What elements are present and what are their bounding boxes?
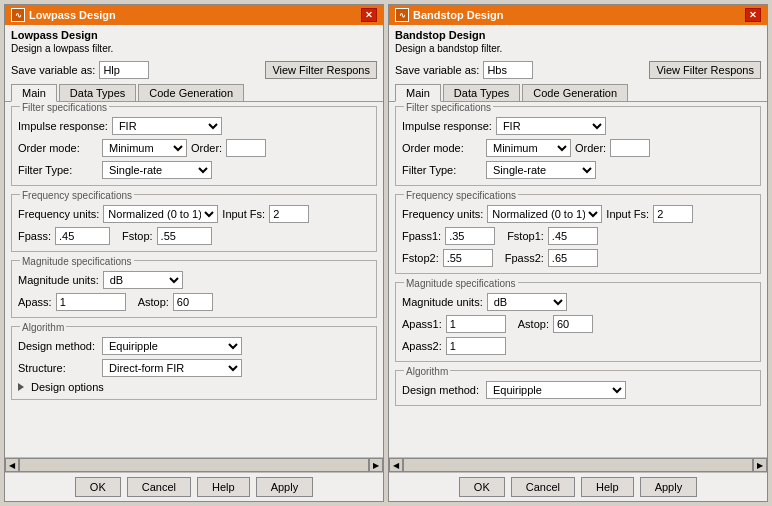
bandstop-tab-main[interactable]: Main: [395, 84, 441, 102]
bandstop-freq-specs: Frequency specifications Frequency units…: [395, 194, 761, 274]
lowpass-freq-specs: Frequency specifications Frequency units…: [11, 194, 377, 252]
bandstop-scroll-right[interactable]: ▶: [753, 458, 767, 472]
lowpass-filtertype-row: Filter Type: Single-rate: [16, 159, 372, 181]
bandstop-fpass2-input[interactable]: [548, 249, 598, 267]
bandstop-scrollbar: ◀ ▶: [389, 457, 767, 472]
lowpass-apass-row: Apass: Astop:: [16, 291, 372, 313]
bandstop-design-method-select[interactable]: Equiripple: [486, 381, 626, 399]
lowpass-filtertype-label: Filter Type:: [18, 164, 98, 176]
bandstop-tabs: Main Data Types Code Generation: [389, 82, 767, 102]
lowpass-fpass-input[interactable]: [55, 227, 110, 245]
lowpass-impulse-row: Impulse response: FIR: [16, 115, 372, 137]
bandstop-title: Bandstop Design: [413, 9, 503, 21]
lowpass-order-row: Order mode: Minimum Order:: [16, 137, 372, 159]
bandstop-close-button[interactable]: ✕: [745, 8, 761, 22]
bandstop-filtertype-label: Filter Type:: [402, 164, 482, 176]
bandstop-mag-units-label: Magnitude units:: [402, 296, 483, 308]
bandstop-mag-specs-title: Magnitude specifications: [404, 278, 518, 289]
lowpass-mag-units-row: Magnitude units: dB: [16, 269, 372, 291]
lowpass-save-input[interactable]: [99, 61, 149, 79]
bandstop-save-input[interactable]: [483, 61, 533, 79]
lowpass-scroll-left[interactable]: ◀: [5, 458, 19, 472]
bandstop-order-input[interactable]: [610, 139, 650, 157]
lowpass-tab-codegen[interactable]: Code Generation: [138, 84, 244, 101]
lowpass-fstop-input[interactable]: [157, 227, 212, 245]
lowpass-app-icon: ∿: [11, 8, 25, 22]
lowpass-algorithm: Algorithm Design method: Equiripple Stru…: [11, 326, 377, 400]
bandstop-algorithm-title: Algorithm: [404, 366, 450, 377]
bandstop-freq-units-row: Frequency units: Normalized (0 to 1) Inp…: [400, 203, 756, 225]
bandstop-apass1-input[interactable]: [446, 315, 506, 333]
lowpass-close-button[interactable]: ✕: [361, 8, 377, 22]
lowpass-order-input[interactable]: [226, 139, 266, 157]
lowpass-impulse-select[interactable]: FIR: [112, 117, 222, 135]
lowpass-input-fs[interactable]: [269, 205, 309, 223]
lowpass-structure-select[interactable]: Direct-form FIR: [102, 359, 242, 377]
bandstop-section-header: Bandstop Design: [389, 25, 767, 42]
bandstop-body: Bandstop Design Design a bandstop filter…: [389, 25, 767, 501]
bandstop-freq-units-label: Frequency units:: [402, 208, 483, 220]
bandstop-content: Filter specifications Impulse response: …: [389, 102, 767, 455]
lowpass-filter-specs: Filter specifications Impulse response: …: [11, 106, 377, 186]
bandstop-scroll-left[interactable]: ◀: [389, 458, 403, 472]
lowpass-filtertype-select[interactable]: Single-rate: [102, 161, 212, 179]
bandstop-apass2-label: Apass2:: [402, 340, 442, 352]
lowpass-apass-input[interactable]: [56, 293, 126, 311]
bandstop-filtertype-row: Filter Type: Single-rate: [400, 159, 756, 181]
lowpass-astop-label: Astop:: [138, 296, 169, 308]
bandstop-impulse-row: Impulse response: FIR: [400, 115, 756, 137]
lowpass-design-method-select[interactable]: Equiripple: [102, 337, 242, 355]
bandstop-save-label: Save variable as:: [395, 64, 479, 76]
bandstop-impulse-select[interactable]: FIR: [496, 117, 606, 135]
bandstop-astop-input[interactable]: [553, 315, 593, 333]
lowpass-hscroll[interactable]: [19, 458, 369, 472]
lowpass-freq-units-select[interactable]: Normalized (0 to 1): [103, 205, 218, 223]
lowpass-freq-units-row: Frequency units: Normalized (0 to 1) Inp…: [16, 203, 372, 225]
bandstop-fpass1-input[interactable]: [445, 227, 495, 245]
bandstop-tab-datatypes[interactable]: Data Types: [443, 84, 520, 101]
bandstop-fpass1-row: Fpass1: Fstop1:: [400, 225, 756, 247]
lowpass-tab-datatypes[interactable]: Data Types: [59, 84, 136, 101]
bandstop-filter-specs-title: Filter specifications: [404, 102, 493, 113]
bandstop-order-row: Order mode: Minimum Order:: [400, 137, 756, 159]
bandstop-mag-units-select[interactable]: dB: [487, 293, 567, 311]
bandstop-apply-button[interactable]: Apply: [640, 477, 698, 497]
bandstop-impulse-label: Impulse response:: [402, 120, 492, 132]
bandstop-order-mode-select[interactable]: Minimum: [486, 139, 571, 157]
lowpass-content: Filter specifications Impulse response: …: [5, 102, 383, 455]
lowpass-section-desc: Design a lowpass filter.: [5, 42, 383, 58]
bandstop-cancel-button[interactable]: Cancel: [511, 477, 575, 497]
lowpass-title: Lowpass Design: [29, 9, 116, 21]
lowpass-cancel-button[interactable]: Cancel: [127, 477, 191, 497]
lowpass-design-options-label: Design options: [31, 381, 104, 393]
lowpass-apply-button[interactable]: Apply: [256, 477, 314, 497]
lowpass-structure-row: Structure: Direct-form FIR: [16, 357, 372, 379]
bandstop-fstop2-input[interactable]: [443, 249, 493, 267]
bandstop-apass1-row: Apass1: Astop:: [400, 313, 756, 335]
bandstop-ok-button[interactable]: OK: [459, 477, 505, 497]
lowpass-design-options-row[interactable]: Design options: [16, 379, 372, 395]
bandstop-hscroll[interactable]: [403, 458, 753, 472]
lowpass-astop-input[interactable]: [173, 293, 213, 311]
lowpass-help-button[interactable]: Help: [197, 477, 250, 497]
bandstop-input-fs[interactable]: [653, 205, 693, 223]
bandstop-algorithm: Algorithm Design method: Equiripple: [395, 370, 761, 406]
bandstop-help-button[interactable]: Help: [581, 477, 634, 497]
bandstop-fstop1-input[interactable]: [548, 227, 598, 245]
lowpass-tab-main[interactable]: Main: [11, 84, 57, 102]
lowpass-scroll-right[interactable]: ▶: [369, 458, 383, 472]
bandstop-freq-units-select[interactable]: Normalized (0 to 1): [487, 205, 602, 223]
bandstop-tab-codegen[interactable]: Code Generation: [522, 84, 628, 101]
bandstop-apass2-input[interactable]: [446, 337, 506, 355]
bandstop-fstop2-row: Fstop2: Fpass2:: [400, 247, 756, 269]
bandstop-view-filter-button[interactable]: View Filter Respons: [649, 61, 761, 79]
lowpass-order-mode-select[interactable]: Minimum: [102, 139, 187, 157]
bandstop-mag-specs: Magnitude specifications Magnitude units…: [395, 282, 761, 362]
lowpass-scrollbar: ◀ ▶: [5, 457, 383, 472]
lowpass-mag-units-select[interactable]: dB: [103, 271, 183, 289]
bandstop-filtertype-select[interactable]: Single-rate: [486, 161, 596, 179]
lowpass-freq-specs-title: Frequency specifications: [20, 190, 134, 201]
lowpass-ok-button[interactable]: OK: [75, 477, 121, 497]
bandstop-mag-units-row: Magnitude units: dB: [400, 291, 756, 313]
lowpass-view-filter-button[interactable]: View Filter Respons: [265, 61, 377, 79]
